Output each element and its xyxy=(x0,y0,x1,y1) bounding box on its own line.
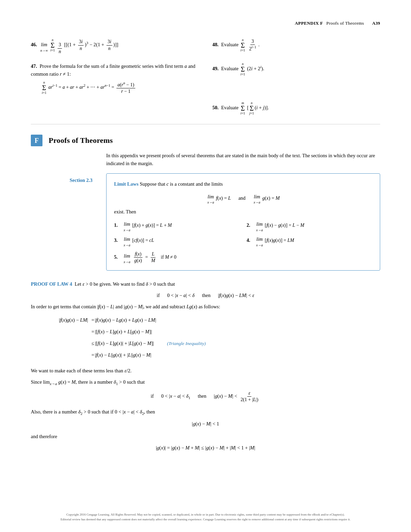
proof-condition: if 0 < |x − a| < δ then |f(x)g(x) − LM| … xyxy=(31,292,380,299)
proof-section: PROOF OF LAW 4 Let ε > 0 be given. We wa… xyxy=(31,280,380,452)
page-number: A39 xyxy=(372,21,380,26)
also-text: Also, there is a number δ2 > 0 such that… xyxy=(31,408,380,417)
appendix-title: Proofs of Theorems xyxy=(49,136,113,145)
limit-laws-box: Limit Laws Suppose that c is a constant … xyxy=(106,173,380,270)
gx-bound: |g(x) − M| < 1 xyxy=(31,420,380,428)
law-2: 2. lim x→a [f(x) − g(x)] = L − M xyxy=(247,220,372,232)
limits-center: lim x→a f(x) = L and lim x→a g(x) = M xyxy=(114,193,372,205)
limit-laws-intro: Suppose that c is a constant and the lim… xyxy=(140,181,223,187)
exercise-46-number: 46. xyxy=(31,42,37,47)
exercise-49: 49. Evaluate n Σ i=1 (2i + 2i). xyxy=(212,60,380,99)
math-alignment: |f(x)g(x) − LM| = |f(x)g(x) − Lg(x) + Lg… xyxy=(58,314,380,361)
exercise-grid: 46. lim n→∞ n Σ i=1 3 xyxy=(31,36,380,117)
law-1: 1. lim x→a [f(x) + g(x)] = L + M xyxy=(114,220,240,232)
appendix-title-row: F Proofs of Theorems xyxy=(31,135,380,146)
therefore-text: and therefore xyxy=(31,433,380,441)
exercise-47-number: 47. xyxy=(31,63,37,69)
page-header: APPENDIX F Proofs of Theorems A39 xyxy=(31,21,380,26)
exercise-50-number: 50. xyxy=(212,105,219,110)
delta1-condition: if 0 < |x − a| < δ1 then |g(x) − M| < ε … xyxy=(31,390,380,403)
proof-expand-text: In order to get terms that contain |f(x)… xyxy=(31,303,380,311)
appendix-intro: In this appendix we present proofs of se… xyxy=(106,152,380,167)
header-section-title: Proofs of Theorems xyxy=(326,21,364,26)
section-row: Section 2.3 Limit Laws Suppose that c is… xyxy=(31,173,380,270)
exercise-47-formula: n Σ i=1 ari−1 = a + ar + ar2 + ⋯ + arn−1… xyxy=(41,81,199,95)
limit-laws-header: Limit Laws Suppose that c is a constant … xyxy=(114,180,372,188)
exist-text: exist. Then xyxy=(114,208,372,216)
proof-title: PROOF OF LAW 4 Let ε > 0 be given. We wa… xyxy=(31,280,380,288)
exercise-48-number: 48. xyxy=(212,42,219,47)
footer-line2: Editorial review has deemed that any sup… xyxy=(31,517,380,522)
page: APPENDIX F Proofs of Theorems A39 46. li… xyxy=(0,0,411,532)
law-5: 5. lim x→a f(x) g(x) = L M xyxy=(114,251,372,264)
exercise-50: 50. Evaluate m Σ i=1 [ n Σ j=1 (i + j)]. xyxy=(212,99,380,117)
exercise-48: 48. Evaluate n Σ i=1 3 2i−1 . xyxy=(212,36,380,57)
want-text: We want to make each of these terms less… xyxy=(31,367,380,375)
law-3: 3. lim x→a [cf(x)] = cL xyxy=(114,235,240,247)
exercises-section: 46. lim n→∞ n Σ i=1 3 xyxy=(31,36,380,124)
appendix-letter: F xyxy=(31,135,42,146)
exercise-47-text: Prove the formula for the sum of a finit… xyxy=(31,63,195,77)
laws-grid: 1. lim x→a [f(x) + g(x)] = L + M 2. lim xyxy=(114,220,372,264)
footer: Copyright 2016 Cengage Learning. All Rig… xyxy=(31,512,380,522)
footer-line1: Copyright 2016 Cengage Learning. All Rig… xyxy=(31,512,380,517)
law-4: 4. lim x→a [f(x)g(x)] = LM xyxy=(247,235,372,247)
limit-laws-title: Limit Laws xyxy=(114,181,138,187)
since-text: Since limx→a g(x) = M, there is a number… xyxy=(31,378,380,387)
header-appendix: APPENDIX F xyxy=(295,21,323,26)
triangle-inequality: (Triangle Inequality) xyxy=(167,341,206,346)
gx-bound2: |g(x)| = |g(x) − M + M| ≤ |g(x) − M| + |… xyxy=(31,444,380,452)
exercise-49-number: 49. xyxy=(212,66,219,71)
exercise-47: 47. Prove the formula for the sum of a f… xyxy=(31,60,199,99)
section-label-col: Section 2.3 xyxy=(31,173,99,270)
section-label: Section 2.3 xyxy=(70,177,92,183)
exercise-46: 46. lim n→∞ n Σ i=1 3 xyxy=(31,36,199,57)
